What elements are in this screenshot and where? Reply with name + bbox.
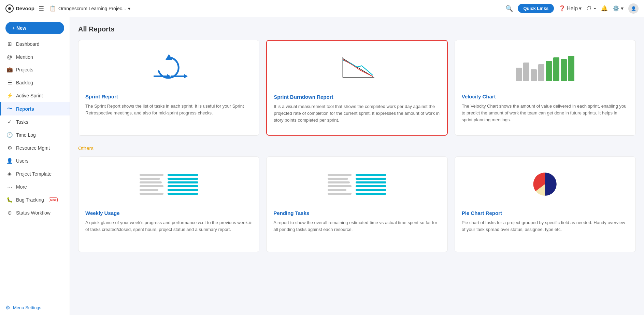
weekly-visual (85, 164, 252, 205)
others-grid: Weekly Usage A quick glance of your week… (78, 156, 636, 252)
gray-line-6 (140, 193, 163, 195)
pg-line-3 (328, 181, 350, 183)
pb-line-5 (356, 189, 386, 191)
pg-line-6 (328, 193, 352, 195)
pending-tasks-card[interactable]: Pending Tasks A report to show the overa… (266, 156, 447, 252)
reports-grid: Sprint Report The Sprint Report shows th… (78, 40, 636, 136)
project-icon: 📋 (49, 5, 56, 12)
burndown-icon (337, 53, 377, 83)
vel-bar-8 (568, 56, 574, 81)
pb-line-4 (356, 185, 386, 187)
mention-icon: @ (6, 54, 13, 60)
sidebar-item-backlog[interactable]: ☰ Backlog (0, 76, 70, 89)
blue-bar-1 (168, 174, 198, 176)
pb-line-2 (356, 178, 386, 180)
sidebar-label-backlog: Backlog (16, 80, 33, 85)
pie-chart-card[interactable]: Pie Chart Report Pie chart of tasks for … (455, 156, 636, 252)
search-icon[interactable]: 🔍 (505, 5, 513, 12)
blue-bar-6 (168, 193, 198, 195)
users-icon: 👤 (6, 158, 13, 164)
new-button[interactable]: + New (5, 22, 64, 34)
logo-text: Devoop (16, 5, 34, 11)
timer-icon[interactable]: ⏱ ▾ (586, 5, 596, 12)
pending-title: Pending Tasks (273, 210, 440, 216)
list-icon: ☰ (6, 80, 13, 86)
sidebar-bottom: ⚙ Menu Settings (0, 300, 70, 315)
sidebar-item-reports[interactable]: 〜 Reports (0, 102, 70, 115)
sidebar-label-mention: Mention (16, 54, 33, 60)
help-icon[interactable]: ❓ Help ▾ (559, 5, 582, 12)
sidebar-label-project-template: Project Template (16, 171, 52, 177)
sidebar-label-reports: Reports (16, 106, 34, 112)
sprint-icon (150, 52, 188, 83)
sidebar-item-projects[interactable]: 💼 Projects (0, 63, 70, 76)
sidebar-item-tasks[interactable]: ✓ Tasks (0, 115, 70, 128)
menu-settings-label: Menu Settings (13, 305, 41, 310)
sidebar-item-dashboard[interactable]: ⊞ Dashboard (0, 38, 70, 51)
velocity-visual (462, 47, 629, 88)
bell-icon[interactable]: 🔔 (601, 5, 608, 12)
blue-bar-5 (168, 189, 198, 191)
workflow-icon: ⊙ (6, 210, 13, 216)
sidebar-label-resource-mgmt: Resource Mgmt (16, 145, 50, 151)
pg-line-4 (328, 185, 352, 187)
gray-line-5 (140, 189, 158, 191)
weekly-desc: A quick glance of your week's progress a… (85, 219, 252, 233)
sidebar-item-active-sprint[interactable]: ⚡ Active Sprint (0, 89, 70, 102)
burndown-desc: It is a visual measurement tool that sho… (274, 103, 440, 124)
pie-visual (462, 164, 629, 205)
blue-bar-3 (168, 181, 198, 183)
briefcase-icon: 💼 (6, 67, 13, 73)
sidebar-label-tasks: Tasks (16, 119, 28, 125)
sidebar-label-users: Users (16, 158, 29, 164)
svg-line-7 (343, 58, 373, 77)
sidebar-item-users[interactable]: 👤 Users (0, 154, 70, 167)
sidebar-label-active-sprint: Active Sprint (16, 93, 43, 98)
pending-gray-lines (328, 174, 352, 195)
avatar[interactable]: 👤 (628, 3, 639, 14)
weekly-icon (140, 174, 198, 195)
sidebar-item-mention[interactable]: @ Mention (0, 51, 70, 63)
help-label: Help (567, 5, 578, 12)
chevron-down-icon: ▾ (128, 6, 130, 11)
pending-desc: A report to show the overall remaining e… (273, 219, 440, 233)
settings-icon[interactable]: ⚙️ ▾ (613, 5, 624, 12)
sidebar-item-time-log[interactable]: 🕐 Time Log (0, 128, 70, 141)
sidebar-item-resource-mgmt[interactable]: ⚙ Resource Mgmt (0, 141, 70, 154)
others-section-header: Others (78, 145, 636, 151)
weekly-gray-lines (140, 174, 163, 195)
pg-line-2 (328, 178, 348, 180)
sidebar-item-bug-tracking[interactable]: 🐛 Bug Tracking New (0, 193, 70, 206)
sidebar-label-bug-tracking: Bug Tracking (16, 197, 44, 203)
vel-bar-3 (531, 69, 537, 81)
main-content: All Reports (70, 17, 644, 315)
sprint-report-card[interactable]: Sprint Report The Sprint Report shows th… (78, 40, 259, 136)
sidebar-item-project-template[interactable]: ◈ Project Template (0, 167, 70, 180)
weekly-blue-bars (168, 174, 198, 195)
sidebar-item-more[interactable]: ⋯ More (0, 180, 70, 193)
burndown-visual (274, 47, 440, 88)
menu-settings[interactable]: ⚙ Menu Settings (5, 304, 64, 311)
pg-line-1 (328, 174, 352, 176)
gray-line-3 (140, 181, 162, 183)
nav-actions: 🔍 Quick Links ❓ Help ▾ ⏱ ▾ 🔔 ⚙️ ▾ 👤 (505, 3, 639, 14)
project-selector[interactable]: 📋 Orangescrum Learning Projec... ▾ (49, 5, 130, 12)
sidebar-label-more: More (16, 184, 27, 190)
sprint-burndown-card[interactable]: Sprint Burndown Report It is a visual me… (266, 40, 447, 136)
pie-title: Pie Chart Report (462, 210, 629, 216)
sidebar-item-status-workflow[interactable]: ⊙ Status Workflow (0, 206, 70, 219)
top-nav: Devoop ☰ 📋 Orangescrum Learning Projec..… (0, 0, 644, 17)
hamburger-menu[interactable]: ☰ (39, 5, 44, 12)
weekly-usage-card[interactable]: Weekly Usage A quick glance of your week… (78, 156, 259, 252)
sidebar: + New ⊞ Dashboard @ Mention 💼 Projects ☰… (0, 17, 70, 315)
velocity-title: Velocity Chart (462, 94, 629, 99)
velocity-bars (516, 54, 574, 81)
vel-bar-6 (553, 57, 559, 81)
grid-icon: ⊞ (6, 41, 13, 47)
svg-marker-4 (184, 74, 188, 78)
velocity-chart-card[interactable]: Velocity Chart The Velocity Chart shows … (455, 40, 636, 136)
main-layout: + New ⊞ Dashboard @ Mention 💼 Projects ☰… (0, 17, 644, 315)
quick-links-button[interactable]: Quick Links (518, 4, 554, 13)
pending-blue-lines (356, 174, 386, 195)
sidebar-label-time-log: Time Log (16, 132, 36, 138)
